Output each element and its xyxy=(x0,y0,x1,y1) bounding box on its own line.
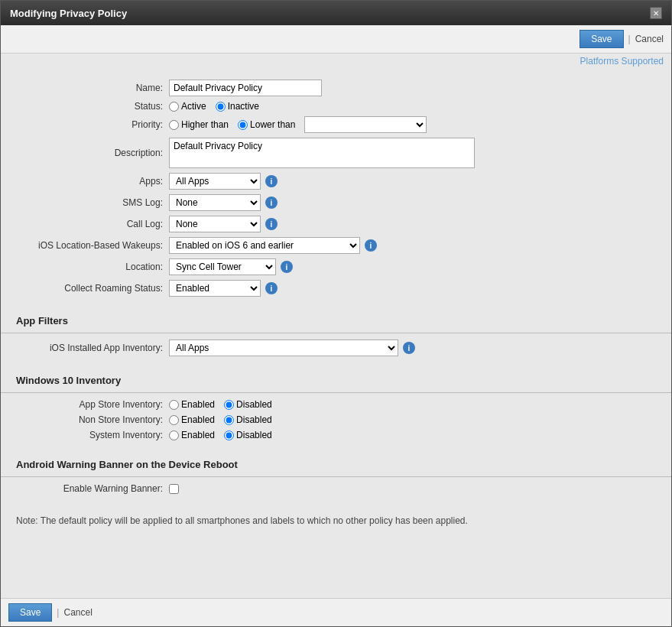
platforms-link[interactable]: Platforms Supported xyxy=(580,56,664,67)
status-inactive-radio[interactable] xyxy=(216,102,226,112)
system-enabled-label[interactable]: Enabled xyxy=(169,430,215,440)
location-label: Location: xyxy=(16,262,169,272)
call-log-label: Call Log: xyxy=(16,219,169,229)
app-store-enabled-radio[interactable] xyxy=(169,400,179,410)
ios-inventory-info-icon[interactable]: i xyxy=(403,342,415,354)
app-filters-header: App Filters xyxy=(1,309,671,330)
form-section: Name: Status: Active Inactive xyxy=(1,76,671,309)
ios-inventory-row: iOS Installed App Inventory: All Apps Sp… xyxy=(16,339,656,356)
system-inventory-label: System Inventory: xyxy=(16,430,169,440)
name-input[interactable] xyxy=(169,80,322,96)
ios-location-select[interactable]: Enabled on iOS 6 and earlier Disabled xyxy=(169,237,360,254)
sms-log-label: SMS Log: xyxy=(16,197,169,208)
windows-section: App Store Inventory: Enabled Disabled No… xyxy=(1,396,671,453)
status-label: Status: xyxy=(16,101,169,112)
apps-info-icon[interactable]: i xyxy=(265,175,278,187)
call-log-select[interactable]: None Enabled xyxy=(169,216,261,232)
priority-select[interactable] xyxy=(304,116,427,133)
note-text: Note: The default policy will be applied… xyxy=(1,506,671,535)
status-inactive-label[interactable]: Inactive xyxy=(216,101,259,112)
description-label: Description: xyxy=(16,148,169,158)
priority-lower-label[interactable]: Lower than xyxy=(238,119,295,130)
save-button-top[interactable]: Save xyxy=(579,30,623,48)
sms-log-info-icon[interactable]: i xyxy=(265,197,278,209)
non-store-disabled-label[interactable]: Disabled xyxy=(224,414,272,425)
system-disabled-radio[interactable] xyxy=(224,430,234,440)
call-log-row: Call Log: None Enabled i xyxy=(16,216,656,232)
ios-location-label: iOS Location-Based Wakeups: xyxy=(16,240,169,251)
android-section: Enable Warning Banner: xyxy=(1,480,671,506)
non-store-enabled-label[interactable]: Enabled xyxy=(169,414,215,425)
non-store-disabled-radio[interactable] xyxy=(224,415,234,425)
priority-row: Priority: Higher than Lower than xyxy=(16,116,656,133)
priority-label: Priority: xyxy=(16,119,169,130)
collect-roaming-info-icon[interactable]: i xyxy=(265,282,278,294)
windows-inventory-header: Windows 10 Inventory xyxy=(1,369,671,389)
close-button[interactable]: ✕ xyxy=(650,7,662,19)
enable-banner-label: Enable Warning Banner: xyxy=(16,483,169,494)
non-store-label: Non Store Inventory: xyxy=(16,414,169,425)
system-inventory-control: Enabled Disabled xyxy=(169,430,656,440)
status-active-radio[interactable] xyxy=(169,102,179,112)
description-row: Description: Default Privacy Policy xyxy=(16,138,656,168)
apps-row: Apps: All Apps Specific Apps i xyxy=(16,173,656,190)
ios-inventory-label: iOS Installed App Inventory: xyxy=(16,343,169,353)
description-input[interactable]: Default Privacy Policy xyxy=(169,138,475,168)
location-select[interactable]: Sync Cell Tower GPS None xyxy=(169,258,276,275)
enable-banner-row: Enable Warning Banner: xyxy=(16,483,656,494)
ios-inventory-select[interactable]: All Apps Specific Apps xyxy=(169,339,398,356)
system-disabled-label[interactable]: Disabled xyxy=(224,430,272,440)
bottom-bar: Save | Cancel xyxy=(1,598,671,626)
dialog-title: Modifying Privacy Policy xyxy=(10,8,127,19)
ios-location-info-icon[interactable]: i xyxy=(365,239,377,252)
app-store-label: App Store Inventory: xyxy=(16,399,169,410)
priority-higher-label[interactable]: Higher than xyxy=(169,119,229,130)
cancel-button-bottom[interactable]: Cancel xyxy=(63,607,92,618)
name-label: Name: xyxy=(16,83,169,93)
call-log-info-icon[interactable]: i xyxy=(265,218,278,230)
apps-label: Apps: xyxy=(16,176,169,187)
ios-location-row: iOS Location-Based Wakeups: Enabled on i… xyxy=(16,237,656,254)
main-content: Name: Status: Active Inactive xyxy=(1,69,671,598)
collect-roaming-select[interactable]: Enabled Disabled xyxy=(169,280,261,297)
status-active-label[interactable]: Active xyxy=(169,101,206,112)
name-control xyxy=(169,80,656,96)
status-row: Status: Active Inactive xyxy=(16,101,656,112)
collect-roaming-label: Collect Roaming Status: xyxy=(16,283,169,294)
apps-control: All Apps Specific Apps i xyxy=(169,173,656,190)
call-log-control: None Enabled i xyxy=(169,216,656,232)
status-control: Active Inactive xyxy=(169,101,656,112)
enable-banner-checkbox[interactable] xyxy=(169,484,179,494)
system-enabled-radio[interactable] xyxy=(169,430,179,440)
ios-location-control: Enabled on iOS 6 and earlier Disabled i xyxy=(169,237,656,254)
app-store-enabled-label[interactable]: Enabled xyxy=(169,399,215,410)
description-control: Default Privacy Policy xyxy=(169,138,656,168)
location-control: Sync Cell Tower GPS None i xyxy=(169,258,656,275)
location-info-icon[interactable]: i xyxy=(281,261,293,273)
collect-roaming-row: Collect Roaming Status: Enabled Disabled… xyxy=(16,280,656,297)
non-store-control: Enabled Disabled xyxy=(169,414,656,425)
toolbar: Save | Cancel xyxy=(1,25,671,54)
ios-inventory-control: All Apps Specific Apps i xyxy=(169,339,656,356)
app-store-control: Enabled Disabled xyxy=(169,399,656,410)
location-row: Location: Sync Cell Tower GPS None i xyxy=(16,258,656,275)
sms-log-select[interactable]: None Enabled xyxy=(169,194,261,211)
priority-higher-radio[interactable] xyxy=(169,120,179,130)
save-button-bottom[interactable]: Save xyxy=(8,603,52,622)
title-bar: Modifying Privacy Policy ✕ xyxy=(1,1,671,25)
apps-select[interactable]: All Apps Specific Apps xyxy=(169,173,261,190)
app-filters-section: iOS Installed App Inventory: All Apps Sp… xyxy=(1,336,671,369)
non-store-enabled-radio[interactable] xyxy=(169,415,179,425)
cancel-button-top[interactable]: Cancel xyxy=(635,34,664,44)
sms-log-row: SMS Log: None Enabled i xyxy=(16,194,656,211)
non-store-row: Non Store Inventory: Enabled Disabled xyxy=(16,414,656,425)
app-store-disabled-radio[interactable] xyxy=(224,400,234,410)
collect-roaming-control: Enabled Disabled i xyxy=(169,280,656,297)
enable-banner-control xyxy=(169,484,656,494)
system-inventory-row: System Inventory: Enabled Disabled xyxy=(16,430,656,440)
app-store-row: App Store Inventory: Enabled Disabled xyxy=(16,399,656,410)
app-store-disabled-label[interactable]: Disabled xyxy=(224,399,272,410)
priority-control: Higher than Lower than xyxy=(169,116,656,133)
priority-lower-radio[interactable] xyxy=(238,120,248,130)
name-row: Name: xyxy=(16,80,656,96)
